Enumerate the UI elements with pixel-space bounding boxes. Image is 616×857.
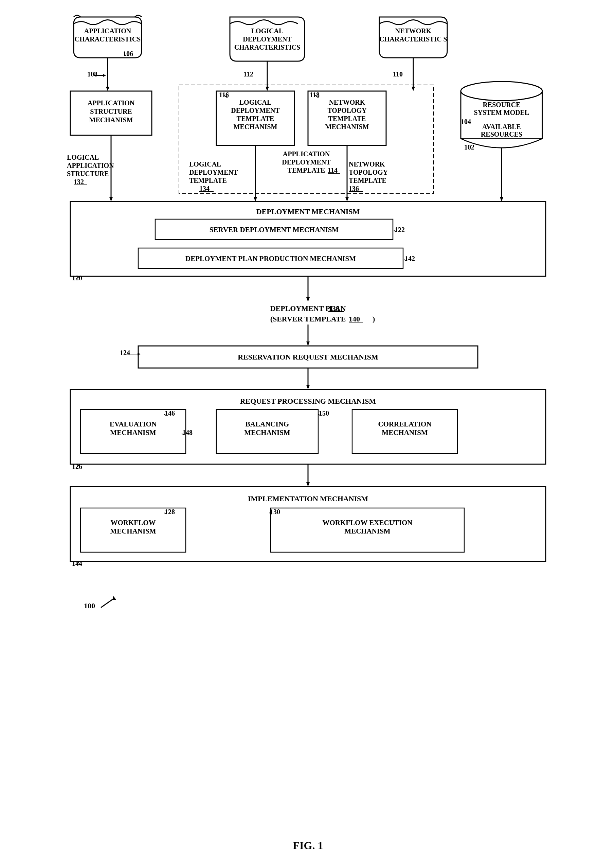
svg-text:SYSTEM MODEL: SYSTEM MODEL (474, 109, 530, 116)
svg-marker-52 (254, 197, 257, 201)
svg-marker-69 (306, 342, 310, 346)
svg-text:TEMPLATE: TEMPLATE (237, 115, 274, 122)
ref-114: 114 (328, 167, 338, 174)
svg-text:136: 136 (349, 185, 359, 192)
svg-text:STRUCTURE: STRUCTURE (67, 170, 109, 177)
deployment-mech-node: DEPLOYMENT MECHANISM SERVER DEPLOYMENT M… (70, 201, 546, 276)
ref-124: 124 (120, 349, 130, 356)
svg-text:LOGICAL: LOGICAL (251, 27, 283, 35)
svg-text:RESOURCES: RESOURCES (481, 130, 522, 138)
svg-marker-7 (106, 87, 110, 91)
svg-text:): ) (372, 315, 375, 323)
req-processing-mech-node: REQUEST PROCESSING MECHANISM EVALUATION … (70, 390, 546, 464)
log-dep-char-node: LOGICAL DEPLOYMENT CHARACTERISTICS (230, 17, 305, 61)
svg-marker-74 (306, 385, 310, 390)
app-characteristics-node: APPLICATION CHARACTERISTICS 106 (74, 15, 142, 58)
svg-text:WORKFLOW EXECUTION: WORKFLOW EXECUTION (322, 518, 412, 527)
reservation-req-mech-node: RESERVATION REQUEST MECHANISM 124 (120, 346, 478, 368)
svg-marker-8 (103, 74, 106, 77)
svg-text:DEPLOYMENT: DEPLOYMENT (231, 107, 280, 114)
svg-marker-64 (306, 297, 310, 302)
svg-text:MECHANISM: MECHANISM (110, 527, 156, 535)
app-structure-mech-node: APPLICATION STRUCTURE MECHANISM (70, 91, 152, 135)
svg-marker-10 (266, 87, 269, 91)
log-app-structure-label: LOGICAL (67, 153, 99, 161)
app-deploy-template-label: APPLICATION (283, 150, 330, 158)
svg-text:TEMPLATE: TEMPLATE (349, 177, 386, 184)
log-dep-template-mech-node: LOGICAL DEPLOYMENT TEMPLATE MECHANISM 11… (216, 91, 295, 145)
net-topology-template-label: NETWORK (349, 160, 385, 168)
svg-text:APPLICATION: APPLICATION (88, 99, 135, 107)
svg-text:EVALUATION: EVALUATION (110, 420, 156, 428)
ref-100: 100 (84, 602, 95, 610)
main-diagram: APPLICATION CHARACTERISTICS 106 LOGICAL … (53, 14, 563, 822)
net-char-node: NETWORK CHARACTERISTIC S (379, 17, 447, 58)
svg-marker-12 (412, 87, 415, 91)
diagram-container: APPLICATION CHARACTERISTICS 106 LOGICAL … (53, 14, 563, 852)
svg-text:DEPLOYMENT: DEPLOYMENT (282, 158, 331, 166)
log-deploy-template-label: LOGICAL (189, 160, 221, 168)
svg-text:MECHANISM: MECHANISM (244, 428, 290, 437)
svg-text:NETWORK: NETWORK (329, 99, 365, 106)
svg-text:TEMPLATE: TEMPLATE (328, 115, 366, 122)
svg-text:132: 132 (74, 178, 84, 186)
svg-marker-97 (113, 596, 116, 600)
svg-text:MECHANISM: MECHANISM (110, 428, 156, 437)
svg-text:WORKFLOW: WORKFLOW (110, 518, 156, 527)
svg-text:TOPOLOGY: TOPOLOGY (349, 169, 388, 176)
ref-108: 108 (87, 70, 97, 78)
svg-text:DEPLOYMENT: DEPLOYMENT (243, 36, 292, 43)
net-top-template-mech-node: NETWORK TOPOLOGY TEMPLATE MECHANISM 118 (308, 91, 386, 145)
svg-text:TEMPLATE: TEMPLATE (288, 167, 325, 174)
svg-text:TOPOLOGY: TOPOLOGY (327, 107, 367, 114)
svg-marker-87 (306, 482, 310, 487)
ref-112: 112 (244, 70, 253, 78)
svg-text:MECHANISM: MECHANISM (382, 428, 428, 437)
svg-text:APPLICATION: APPLICATION (67, 162, 114, 169)
svg-text:MECHANISM: MECHANISM (234, 123, 278, 130)
svg-text:RESERVATION REQUEST MECHANISM: RESERVATION REQUEST MECHANISM (238, 353, 378, 361)
ref-122: 122 (395, 226, 405, 234)
impl-mech-node: IMPLEMENTATION MECHANISM WORKFLOW MECHAN… (70, 487, 546, 562)
svg-marker-54 (345, 197, 349, 201)
app-char-ref: 106 (123, 50, 133, 57)
figure-caption: FIG. 1 (293, 839, 323, 852)
svg-text:RESOURCE: RESOURCE (483, 101, 520, 108)
ref-104: 104 (461, 118, 471, 125)
resource-system-model-node: RESOURCE SYSTEM MODEL 104 AVAILABLE RESO… (461, 82, 542, 151)
svg-text:TEMPLATE: TEMPLATE (189, 177, 227, 184)
svg-marker-50 (110, 197, 113, 201)
svg-text:LOGICAL: LOGICAL (239, 99, 271, 106)
svg-text:AVAILABLE: AVAILABLE (482, 123, 521, 130)
svg-point-28 (461, 82, 542, 101)
svg-text:DEPLOYMENT PLAN PRODUCTION MEC: DEPLOYMENT PLAN PRODUCTION MECHANISM (185, 255, 356, 263)
svg-line-96 (101, 598, 114, 608)
svg-text:MECHANISM: MECHANISM (325, 123, 369, 130)
svg-text:CHARACTERISTICS: CHARACTERISTICS (234, 43, 301, 51)
server-template-label: (SERVER TEMPLATE (270, 315, 346, 323)
svg-text:MECHANISM: MECHANISM (89, 116, 133, 124)
ref-102: 102 (464, 143, 474, 151)
svg-text:STRUCTURE: STRUCTURE (90, 108, 132, 115)
svg-text:CORRELATION: CORRELATION (378, 420, 431, 428)
svg-marker-56 (500, 197, 503, 201)
svg-text:NETWORK: NETWORK (395, 27, 432, 35)
svg-text:CHARACTERISTICS: CHARACTERISTICS (75, 36, 141, 43)
svg-text:IMPLEMENTATION MECHANISM: IMPLEMENTATION MECHANISM (248, 494, 368, 503)
svg-text:REQUEST PROCESSING MECHANISM: REQUEST PROCESSING MECHANISM (240, 397, 376, 405)
ref-110: 110 (393, 70, 403, 78)
svg-text:134: 134 (199, 185, 210, 192)
svg-text:DEPLOYMENT: DEPLOYMENT (189, 169, 238, 176)
svg-text:SERVER DEPLOYMENT MECHANISM: SERVER DEPLOYMENT MECHANISM (210, 226, 339, 234)
svg-text:CHARACTERISTIC S: CHARACTERISTIC S (379, 36, 447, 43)
svg-text:DEPLOYMENT MECHANISM: DEPLOYMENT MECHANISM (256, 207, 360, 216)
app-char-label: APPLICATION (84, 27, 131, 35)
svg-text:MECHANISM: MECHANISM (344, 527, 391, 535)
svg-text:BALANCING: BALANCING (245, 420, 289, 428)
